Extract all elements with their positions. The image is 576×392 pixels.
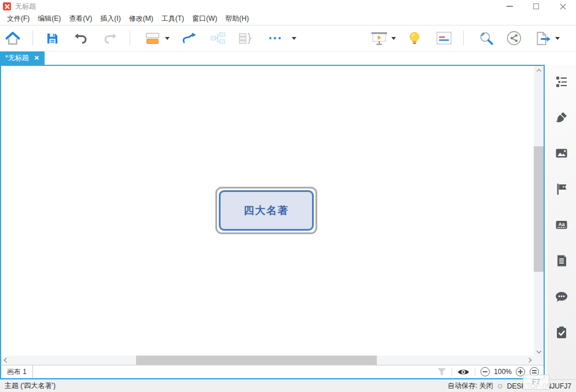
- topic-shape-icon: [146, 33, 159, 38]
- toolbar-more-dropdown[interactable]: [290, 37, 298, 40]
- autosave-status: 自动保存: 关闭: [447, 381, 493, 391]
- menu-tools[interactable]: 工具(T): [157, 13, 188, 25]
- visibility-button[interactable]: [457, 368, 469, 376]
- sidebar-style-button[interactable]: [555, 110, 568, 124]
- canvas-tab[interactable]: 画布 1: [1, 365, 33, 378]
- find-icon: [479, 31, 494, 46]
- maximize-icon: [533, 3, 539, 9]
- window-title: 无标题: [15, 2, 36, 12]
- menu-modify[interactable]: 修改(M): [125, 13, 157, 25]
- sidebar-mark-button[interactable]: [555, 182, 568, 195]
- summary-button[interactable]: [237, 32, 254, 45]
- minimize-button[interactable]: [496, 0, 523, 13]
- more-ellipsis-button[interactable]: [266, 37, 284, 40]
- topic-shape-button[interactable]: [144, 33, 161, 44]
- sheet-bar-separator: [475, 368, 475, 376]
- font-aa-label: Aa: [559, 221, 565, 227]
- scroll-right-button[interactable]: [524, 356, 534, 365]
- sheet-bar-separator: [452, 368, 452, 376]
- maximize-button[interactable]: [523, 0, 549, 13]
- presentation-dropdown[interactable]: [390, 37, 398, 40]
- right-sidebar: Aa: [547, 65, 576, 379]
- main-area: 四大名著 画布 1: [0, 65, 576, 379]
- mindmap-canvas[interactable]: 四大名著: [1, 66, 544, 356]
- undo-button[interactable]: [72, 32, 90, 45]
- close-button[interactable]: [549, 0, 576, 13]
- filter-button[interactable]: [437, 368, 446, 376]
- selection-info: 主题 ('四大名著'): [5, 381, 56, 391]
- sidebar-outline-button[interactable]: [555, 75, 568, 88]
- filter-icon: [437, 368, 446, 376]
- chevron-down-icon: [165, 37, 170, 40]
- export-icon: [534, 31, 552, 46]
- chevron-down-icon: [555, 37, 560, 40]
- find-button[interactable]: [478, 31, 495, 46]
- presentation-button[interactable]: [370, 31, 388, 46]
- central-topic[interactable]: 四大名著: [219, 190, 314, 231]
- home-button[interactable]: [4, 31, 21, 46]
- zoom-out-button[interactable]: [480, 367, 490, 376]
- topic-shape-dropdown[interactable]: [163, 37, 171, 40]
- home-icon: [5, 31, 21, 46]
- menu-help[interactable]: 帮助(H): [221, 13, 253, 25]
- status-dot-icon: [498, 384, 502, 389]
- summary-icon: [238, 32, 253, 45]
- scroll-down-button[interactable]: [534, 346, 544, 356]
- vertical-scroll-thumb[interactable]: [534, 146, 544, 272]
- font-aa-icon: Aa: [555, 219, 568, 231]
- visibility-eye-icon: [457, 368, 469, 376]
- menu-edit[interactable]: 编辑(E): [34, 13, 65, 25]
- shortcut-tooltip-text: F7: [532, 378, 540, 386]
- sidebar-clipart-button[interactable]: [555, 146, 568, 160]
- zoom-level: 100%: [494, 368, 512, 376]
- document-tab-bar: *无标题 ✕: [0, 51, 576, 65]
- toolbar-separator: [130, 31, 130, 46]
- menu-window[interactable]: 窗口(W): [188, 13, 221, 25]
- slide-banner-button[interactable]: [436, 32, 452, 45]
- save-icon: [46, 32, 59, 45]
- sidebar-task-button[interactable]: [555, 326, 568, 339]
- close-icon: [560, 3, 566, 10]
- redo-button[interactable]: [101, 32, 119, 45]
- structure-button[interactable]: [209, 32, 226, 45]
- menu-file[interactable]: 文件(F): [3, 13, 34, 25]
- vertical-scrollbar[interactable]: [534, 66, 544, 356]
- horizontal-scroll-track[interactable]: [11, 356, 524, 365]
- export-button[interactable]: [534, 31, 552, 46]
- chevron-down-icon: [536, 349, 541, 353]
- document-tab-active[interactable]: *无标题 ✕: [0, 51, 45, 65]
- share-icon: [507, 31, 522, 46]
- title-bar: 无标题: [0, 0, 576, 13]
- slide-banner-icon: [436, 32, 452, 45]
- structure-icon: [210, 32, 226, 45]
- topic-shape-icon-orange: [146, 39, 159, 44]
- toolbar-separator: [463, 31, 464, 46]
- menu-bar: 文件(F) 编辑(E) 查看(V) 插入(I) 修改(M) 工具(T) 窗口(W…: [0, 13, 576, 25]
- sidebar-comment-button[interactable]: [555, 290, 568, 303]
- outline-icon: [555, 75, 568, 88]
- menu-insert[interactable]: 插入(I): [96, 13, 124, 25]
- tab-close-icon[interactable]: ✕: [34, 55, 39, 61]
- presentation-icon: [370, 31, 388, 46]
- horizontal-scroll-thumb[interactable]: [136, 356, 377, 365]
- menu-view[interactable]: 查看(V): [65, 13, 96, 25]
- save-button[interactable]: [43, 32, 61, 45]
- scroll-left-button[interactable]: [1, 356, 11, 365]
- relationship-button[interactable]: [181, 32, 198, 45]
- horizontal-scrollbar[interactable]: [1, 356, 544, 365]
- fit-icon: [532, 370, 537, 371]
- export-dropdown[interactable]: [553, 37, 562, 40]
- scroll-up-button[interactable]: [534, 66, 544, 75]
- chevron-up-icon: [536, 69, 541, 73]
- undo-icon: [74, 32, 88, 45]
- task-clipboard-icon: [555, 326, 568, 339]
- sidebar-note-button[interactable]: [555, 254, 568, 267]
- sheet-bar: 画布 1 100%: [1, 365, 544, 378]
- idea-bulb-button[interactable]: [407, 31, 422, 46]
- shortcut-tooltip: F7: [523, 375, 549, 390]
- sidebar-text-button[interactable]: Aa: [555, 218, 568, 231]
- idea-bulb-icon: [408, 31, 421, 46]
- comment-bubble-icon: [555, 290, 568, 303]
- share-button[interactable]: [505, 31, 523, 46]
- note-document-icon: [555, 254, 568, 267]
